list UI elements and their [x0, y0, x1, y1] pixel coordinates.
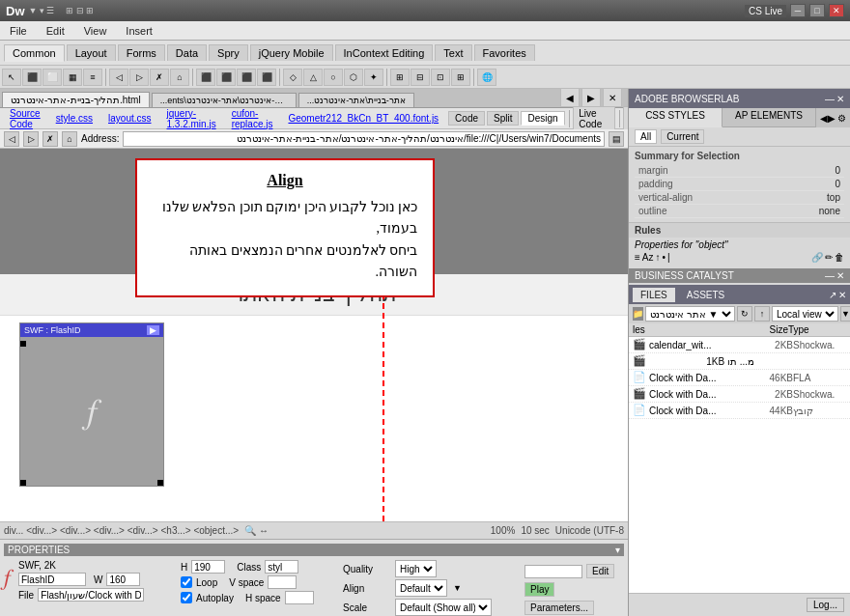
- tab-forms[interactable]: Forms: [118, 44, 165, 61]
- tab-menu-btn[interactable]: ✕: [603, 89, 622, 107]
- icon-7[interactable]: ▷: [129, 69, 149, 86]
- align-select[interactable]: Default: [395, 579, 447, 597]
- panel-expand-icon[interactable]: ◀▶: [820, 113, 836, 124]
- tab-css-styles[interactable]: CSS STYLES: [629, 108, 722, 127]
- icon-9[interactable]: ⌂: [170, 69, 189, 86]
- home-btn[interactable]: ⌂: [62, 131, 77, 147]
- forward-btn[interactable]: ▷: [23, 131, 39, 147]
- icon-8[interactable]: ✗: [150, 69, 169, 86]
- align-dropdown-arrow[interactable]: ▼: [453, 583, 462, 593]
- icon-16[interactable]: ○: [324, 69, 343, 86]
- properties-expand[interactable]: ▾: [615, 545, 620, 555]
- prev-tab-btn[interactable]: ◀: [560, 89, 580, 107]
- h-input[interactable]: [191, 560, 225, 574]
- tab-favorites[interactable]: Favorites: [474, 44, 535, 61]
- folder-icon[interactable]: 📁: [633, 307, 643, 321]
- class-input[interactable]: [265, 560, 298, 574]
- next-tab-btn[interactable]: ▶: [581, 89, 601, 107]
- edit-input[interactable]: [524, 565, 582, 578]
- tab-spry[interactable]: Spry: [209, 44, 248, 61]
- current-btn[interactable]: Current: [661, 129, 704, 144]
- file-row-2[interactable]: 📄 Clock with Da... 46KB FLA: [629, 370, 850, 386]
- design-btn[interactable]: Design: [521, 111, 564, 126]
- vspace-input[interactable]: [268, 575, 297, 589]
- code-btn[interactable]: Code: [448, 111, 485, 126]
- source-code-link[interactable]: Source Code: [4, 107, 46, 130]
- icon-14[interactable]: ◇: [283, 69, 302, 86]
- icon-13[interactable]: ⬛: [257, 69, 276, 86]
- site-select[interactable]: אתר אינטרנט ▼: [645, 306, 735, 322]
- w-input[interactable]: [106, 573, 140, 586]
- stop-btn[interactable]: ✗: [42, 131, 58, 147]
- files-close[interactable]: ✕: [838, 290, 846, 300]
- panel-collapse-btn[interactable]: —: [825, 94, 835, 104]
- file-tab-0[interactable]: תהליך-בניית-אתר-אינטרנט.html: [2, 92, 150, 107]
- scale-select[interactable]: Default (Show all): [395, 599, 492, 616]
- jquery-link[interactable]: jquery-1.3.2.min.js: [161, 107, 222, 130]
- address-go-btn[interactable]: ▤: [609, 131, 624, 147]
- icon-11[interactable]: ⬛: [216, 69, 236, 86]
- panel-close-btn[interactable]: ✕: [836, 94, 844, 104]
- icon-5[interactable]: ≡: [83, 69, 102, 86]
- icon-2[interactable]: ⬛: [22, 69, 42, 86]
- cufon-link[interactable]: cufon-replace.js: [226, 107, 279, 130]
- icon-12[interactable]: ⬛: [237, 69, 256, 86]
- flashid-input[interactable]: [18, 573, 86, 586]
- files-tab[interactable]: FILES: [633, 288, 675, 302]
- address-input[interactable]: [123, 131, 605, 147]
- hspace-input[interactable]: [285, 591, 314, 604]
- handle-br[interactable]: [157, 480, 163, 486]
- file-row-3[interactable]: 🎬 Clock with Da... 2KB Shockwa.: [629, 386, 850, 403]
- handle-bl[interactable]: [20, 480, 26, 486]
- files-refresh-btn[interactable]: ↻: [737, 306, 752, 322]
- icon-4[interactable]: ▦: [63, 69, 82, 86]
- menu-edit[interactable]: Edit: [41, 23, 71, 39]
- tab-jquery[interactable]: jQuery Mobile: [250, 44, 333, 61]
- file-input[interactable]: [38, 588, 144, 602]
- tab-ap-elements[interactable]: AP ELEMENTS: [722, 108, 816, 127]
- file-tab-2[interactable]: ...אתר-בניית\אתר-אינטרנט: [298, 93, 414, 107]
- tab-incontext[interactable]: InContext Editing: [335, 44, 434, 61]
- quality-select[interactable]: High: [395, 560, 437, 577]
- loop-checkbox[interactable]: [181, 576, 192, 588]
- back-btn[interactable]: ◁: [4, 131, 19, 147]
- bc-close[interactable]: ✕: [836, 270, 844, 281]
- bc-collapse[interactable]: —: [825, 270, 835, 281]
- icon-20[interactable]: ⊟: [411, 69, 430, 86]
- autoplay-checkbox[interactable]: [181, 592, 192, 603]
- file-tab-1[interactable]: ...ents\תהליך-בניית-אתר-אינטרנט\אתר-אינט…: [152, 93, 297, 107]
- minimize-btn[interactable]: ─: [790, 4, 806, 17]
- file-row-0[interactable]: 🎬 calendar_wit... 2KB Shockwa.: [629, 337, 850, 353]
- icon-19[interactable]: ⊞: [390, 69, 410, 86]
- files-up-btn[interactable]: ↑: [754, 306, 770, 322]
- panel-settings-icon[interactable]: ⚙: [837, 113, 846, 124]
- tab-data[interactable]: Data: [167, 44, 207, 61]
- log-btn[interactable]: Log...: [807, 598, 844, 612]
- props-link-icon[interactable]: 🔗: [811, 252, 823, 263]
- edit-btn[interactable]: Edit: [586, 564, 614, 578]
- icon-17[interactable]: ⬡: [344, 69, 363, 86]
- style-css-link[interactable]: style.css: [50, 112, 99, 125]
- tab-layout[interactable]: Layout: [67, 44, 116, 61]
- icon-6[interactable]: ◁: [109, 69, 128, 86]
- icon-10[interactable]: ⬛: [196, 69, 215, 86]
- tab-common[interactable]: Common: [4, 44, 65, 62]
- handle-tl[interactable]: [20, 341, 26, 347]
- menu-insert[interactable]: Insert: [120, 23, 158, 39]
- menu-view[interactable]: View: [78, 23, 113, 39]
- icon-3[interactable]: ⬜: [42, 69, 62, 86]
- split-btn[interactable]: Split: [487, 111, 519, 126]
- view-dropdown-btn[interactable]: ▼: [840, 306, 850, 322]
- all-btn[interactable]: All: [635, 129, 657, 144]
- files-expand[interactable]: ↗: [829, 290, 836, 300]
- icon-globe[interactable]: 🌐: [477, 69, 496, 86]
- play-btn[interactable]: Play: [524, 582, 554, 597]
- assets-tab[interactable]: ASSETS: [679, 288, 732, 302]
- layout-css-link[interactable]: layout.css: [102, 112, 156, 125]
- params-btn[interactable]: Parameters...: [524, 601, 594, 615]
- file-row-4[interactable]: 📄 Clock with Da... 44KB קובץ: [629, 403, 850, 419]
- icon-1[interactable]: ↖: [2, 69, 21, 86]
- flash-label-btn[interactable]: ▶: [147, 325, 159, 335]
- file-row-1[interactable]: 🎬 מ... תו 1KB: [629, 353, 850, 370]
- icon-15[interactable]: △: [303, 69, 323, 86]
